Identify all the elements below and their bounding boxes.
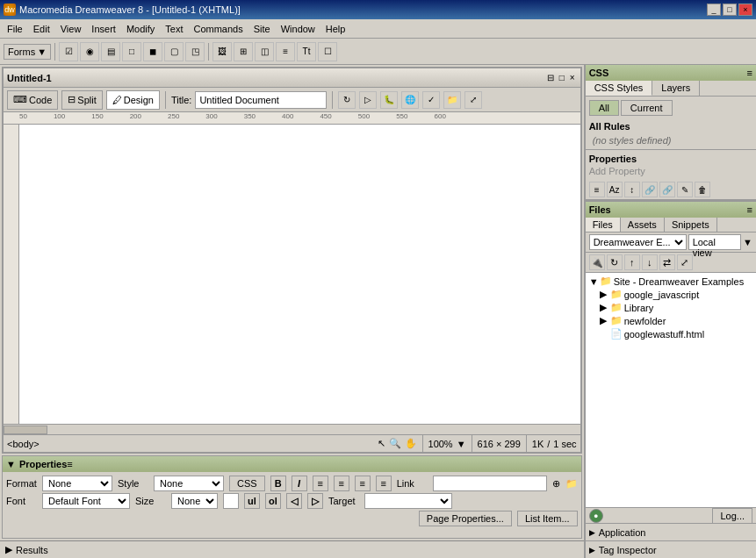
- font-select[interactable]: Default Font: [42, 493, 130, 509]
- align-center-btn[interactable]: ≡: [334, 476, 349, 491]
- menu-site[interactable]: Site: [248, 22, 276, 36]
- align-left-btn[interactable]: ≡: [313, 476, 328, 491]
- css-options-icon[interactable]: ≡: [747, 68, 752, 78]
- menu-view[interactable]: View: [55, 22, 87, 36]
- tree-google-js[interactable]: ▶ 📁 google_javascript: [598, 288, 754, 301]
- subtab-current[interactable]: Current: [621, 100, 673, 116]
- list-item-button[interactable]: List Item...: [517, 511, 578, 526]
- files-options-icon[interactable]: ≡: [747, 204, 752, 215]
- align-justify-btn[interactable]: ≡: [376, 476, 392, 491]
- site-select[interactable]: Dreamweaver E...: [589, 234, 687, 250]
- preview-icon[interactable]: ▷: [359, 91, 377, 109]
- align-right-btn[interactable]: ≡: [355, 476, 371, 491]
- tb-image-btn[interactable]: 🖼: [212, 42, 232, 61]
- ordered-list-btn[interactable]: ol: [265, 493, 281, 509]
- tree-html-file[interactable]: 📄 googlewastuff.html: [598, 327, 754, 340]
- color-swatch[interactable]: [223, 493, 239, 509]
- close-button[interactable]: ×: [738, 4, 752, 16]
- tab-assets[interactable]: Assets: [621, 218, 665, 232]
- tree-library[interactable]: ▶ 📁 Library: [598, 301, 754, 314]
- add-property-text[interactable]: Add Property: [589, 166, 752, 176]
- sync-icon[interactable]: ⇄: [659, 254, 675, 270]
- css-sort-icon[interactable]: Az: [607, 182, 623, 197]
- tab-layers[interactable]: Layers: [652, 81, 700, 96]
- css-edit-icon[interactable]: ✎: [677, 182, 693, 197]
- menu-window[interactable]: Window: [276, 22, 320, 36]
- doc-restore-btn[interactable]: ⊟: [545, 73, 556, 82]
- tb-div-btn[interactable]: ◫: [255, 42, 274, 61]
- validate-icon[interactable]: ✓: [422, 91, 440, 109]
- tree-expand-google[interactable]: ▶: [600, 289, 610, 300]
- tree-expand-library[interactable]: ▶: [600, 302, 610, 313]
- tab-css-styles[interactable]: CSS Styles: [586, 81, 653, 96]
- size-select[interactable]: None: [171, 493, 218, 509]
- scroll-thumb[interactable]: [4, 426, 47, 434]
- italic-button[interactable]: I: [292, 476, 307, 491]
- canvas[interactable]: [19, 125, 580, 424]
- document-controls[interactable]: ⊟ □ ×: [545, 73, 577, 82]
- menu-text[interactable]: Text: [160, 22, 188, 36]
- link-input[interactable]: [433, 476, 547, 491]
- tb-list-btn[interactable]: ≡: [276, 42, 295, 61]
- horizontal-scrollbar[interactable]: [4, 424, 580, 434]
- menu-edit[interactable]: Edit: [28, 22, 55, 36]
- css-attach-icon[interactable]: ≡: [589, 182, 605, 197]
- tb-head-btn[interactable]: ☐: [318, 42, 337, 61]
- bold-button[interactable]: B: [270, 476, 286, 491]
- split-view-btn[interactable]: ⊟ Split: [61, 90, 102, 110]
- upload-icon[interactable]: ↑: [624, 254, 640, 270]
- tb-form-btn[interactable]: ◳: [185, 42, 205, 61]
- download-icon[interactable]: ↓: [642, 254, 658, 270]
- refresh-icon[interactable]: ↻: [338, 91, 356, 109]
- results-bar[interactable]: ▶ Results: [0, 540, 584, 558]
- zoom-icon[interactable]: 🔍: [389, 438, 401, 449]
- tree-root[interactable]: ▼ 📁 Site - Dreamweaver Examples: [587, 275, 754, 288]
- menu-file[interactable]: File: [2, 22, 28, 36]
- local-view-arrow[interactable]: ▼: [743, 237, 752, 247]
- css-link-icon[interactable]: 🔗: [642, 182, 658, 197]
- doc-close-btn[interactable]: ×: [568, 73, 577, 82]
- file-mgmt-icon[interactable]: 📁: [443, 91, 461, 109]
- forms-dropdown[interactable]: Forms ▼: [4, 44, 51, 60]
- prop-expand-icon[interactable]: ▼: [6, 459, 16, 469]
- menu-insert[interactable]: Insert: [86, 22, 121, 36]
- indent-btn[interactable]: ▷: [307, 493, 323, 509]
- css-button[interactable]: CSS: [229, 476, 265, 491]
- minimize-button[interactable]: _: [707, 4, 721, 16]
- tree-newfolder[interactable]: ▶ 📁 newfolder: [598, 314, 754, 327]
- debug-icon[interactable]: 🐛: [380, 91, 398, 109]
- menu-help[interactable]: Help: [320, 22, 351, 36]
- tb-text-btn[interactable]: Tt: [297, 42, 316, 61]
- css-delete-icon[interactable]: 🗑: [695, 182, 710, 197]
- title-bar-buttons[interactable]: _ □ ×: [707, 4, 752, 16]
- maximize-button[interactable]: □: [723, 4, 737, 16]
- tree-expand-newfolder[interactable]: ▶: [600, 315, 610, 326]
- tb-select-btn[interactable]: ▤: [101, 42, 120, 61]
- outdent-btn[interactable]: ◁: [286, 493, 302, 509]
- connect-icon[interactable]: 🔌: [589, 254, 605, 270]
- tag-inspector-panel[interactable]: ▶ Tag Inspector: [586, 540, 756, 558]
- page-properties-button[interactable]: Page Properties...: [419, 511, 512, 526]
- link-icon[interactable]: ⊕: [552, 478, 560, 490]
- unordered-list-btn[interactable]: ul: [244, 493, 260, 509]
- css-order-icon[interactable]: ↕: [624, 182, 640, 197]
- menu-commands[interactable]: Commands: [188, 22, 248, 36]
- expand-icon[interactable]: ⤢: [464, 91, 482, 109]
- tab-snippets[interactable]: Snippets: [665, 218, 717, 232]
- zoom-dropdown-icon[interactable]: ▼: [457, 439, 466, 449]
- expand-tree-icon[interactable]: ⤢: [677, 254, 693, 270]
- pointer-icon[interactable]: ↖: [378, 438, 385, 449]
- results-expand-icon[interactable]: ▶: [5, 544, 12, 555]
- browser-icon[interactable]: 🌐: [401, 91, 419, 109]
- tb-textarea-btn[interactable]: ▢: [164, 42, 184, 61]
- log-button[interactable]: Log...: [712, 508, 752, 524]
- browse-icon[interactable]: 📁: [565, 478, 578, 490]
- local-view-dropdown[interactable]: Local view: [688, 234, 741, 250]
- tb-checkbox-btn[interactable]: ☑: [59, 42, 78, 61]
- refresh-files-icon[interactable]: ↻: [607, 254, 623, 270]
- tb-table-btn[interactable]: ⊞: [234, 42, 253, 61]
- document-title-input[interactable]: [195, 91, 327, 109]
- doc-maximize-btn[interactable]: □: [558, 73, 566, 82]
- css-link2-icon[interactable]: 🔗: [659, 182, 675, 197]
- hand-icon[interactable]: ✋: [405, 438, 417, 449]
